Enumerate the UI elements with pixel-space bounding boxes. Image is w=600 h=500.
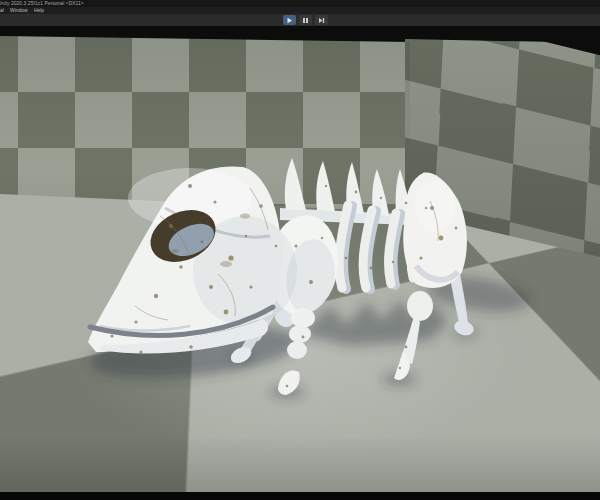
unity-window: Unity 2020.3.25f1c1 Personal <DX11> al W… bbox=[0, 0, 600, 500]
step-icon bbox=[318, 17, 325, 24]
title-bar: Unity 2020.3.25f1c1 Personal <DX11> bbox=[0, 0, 600, 7]
menu-item-window[interactable]: Window bbox=[10, 7, 28, 14]
game-viewport[interactable] bbox=[0, 26, 600, 492]
bottom-bar bbox=[0, 492, 600, 500]
play-icon bbox=[286, 17, 293, 24]
menu-row: al Window Help bbox=[0, 7, 44, 14]
transport-controls bbox=[283, 15, 328, 25]
pause-button[interactable] bbox=[299, 15, 312, 25]
menu-item-truncated[interactable]: al bbox=[0, 7, 4, 14]
step-button[interactable] bbox=[315, 15, 328, 25]
window-title: Unity 2020.3.25f1c1 Personal <DX11> bbox=[0, 0, 84, 7]
menu-item-help[interactable]: Help bbox=[34, 7, 44, 14]
play-button[interactable] bbox=[283, 15, 296, 25]
vignette-overlay bbox=[0, 26, 600, 492]
pause-icon bbox=[302, 17, 309, 24]
menu-bar: al Window Help bbox=[0, 7, 600, 14]
